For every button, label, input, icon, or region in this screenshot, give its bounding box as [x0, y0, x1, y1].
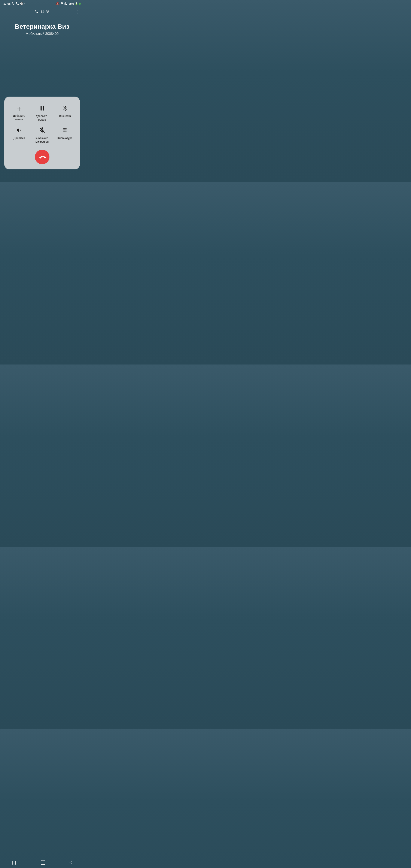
mute-mic-label: Выключить микрофон — [32, 136, 52, 144]
bluetooth-icon — [62, 105, 68, 113]
mute-mic-icon — [39, 127, 45, 135]
chat-icon: 💬 — [20, 2, 23, 5]
call2-icon — [15, 2, 19, 6]
add-call-label: Добавить вызов — [9, 114, 29, 121]
phone-call-icon — [35, 10, 39, 14]
svg-point-7 — [64, 130, 65, 130]
svg-point-10 — [63, 131, 64, 131]
battery-icon: 🔋 — [75, 2, 78, 5]
contact-info: Ветеринарка Виз Мобильный 3008400 — [0, 17, 84, 40]
call-timer: 14:28 — [35, 10, 49, 14]
phone-status-icon — [11, 2, 15, 6]
status-right: 🔇 38% 🔋 — [56, 2, 81, 6]
status-left: 17:05 💬 ● — [3, 2, 25, 6]
speaker-icon — [16, 127, 23, 135]
hold-call-icon — [39, 105, 45, 113]
contact-number: Мобильный 3008400 — [4, 32, 80, 36]
svg-point-13 — [66, 131, 67, 131]
battery-percent: 38% — [69, 2, 74, 5]
call-info-bar: 14:28 ⋮ — [0, 7, 84, 17]
status-bar: 17:05 💬 ● 🔇 38% 🔋 — [0, 0, 84, 7]
end-call-icon — [37, 152, 47, 162]
status-time: 17:05 — [3, 2, 10, 5]
svg-point-6 — [63, 130, 64, 130]
add-call-button[interactable]: + Добавить вызов — [8, 102, 31, 124]
bluetooth-label: Bluetooth — [59, 114, 71, 118]
green-dot — [79, 3, 81, 5]
hold-call-button[interactable]: Удержать вызов — [31, 102, 54, 124]
svg-point-3 — [64, 128, 65, 129]
add-call-icon: + — [17, 105, 22, 113]
keyboard-icon — [62, 127, 68, 135]
svg-point-11 — [64, 131, 65, 131]
svg-point-4 — [65, 128, 66, 129]
end-call-row — [8, 150, 76, 164]
mute-icon: 🔇 — [56, 2, 59, 5]
svg-point-12 — [65, 131, 66, 131]
controls-panel: + Добавить вызов Удержать вызов Bluetoot… — [4, 97, 80, 169]
svg-rect-1 — [42, 106, 44, 111]
keyboard-label: Клавиатура — [57, 136, 72, 140]
call-duration: 14:28 — [40, 10, 49, 14]
dot-icon: ● — [24, 3, 25, 5]
svg-point-9 — [66, 130, 67, 130]
svg-point-8 — [65, 130, 66, 130]
keyboard-button[interactable]: Клавиатура — [54, 124, 76, 146]
controls-grid: + Добавить вызов Удержать вызов Bluetoot… — [8, 102, 76, 146]
end-call-button[interactable] — [35, 150, 50, 164]
svg-rect-0 — [40, 106, 41, 111]
bluetooth-button[interactable]: Bluetooth — [54, 102, 76, 124]
speaker-label: Динамик — [13, 136, 25, 140]
wifi-icon — [60, 2, 64, 6]
contact-name: Ветеринарка Виз — [4, 23, 80, 30]
hold-call-label: Удержать вызов — [32, 114, 52, 122]
speaker-button[interactable]: Динамик — [8, 124, 31, 146]
more-options-button[interactable]: ⋮ — [75, 9, 80, 15]
mute-mic-button[interactable]: Выключить микрофон — [31, 124, 54, 146]
svg-point-2 — [63, 128, 64, 129]
signal-icon — [64, 2, 68, 6]
svg-point-5 — [66, 128, 67, 129]
